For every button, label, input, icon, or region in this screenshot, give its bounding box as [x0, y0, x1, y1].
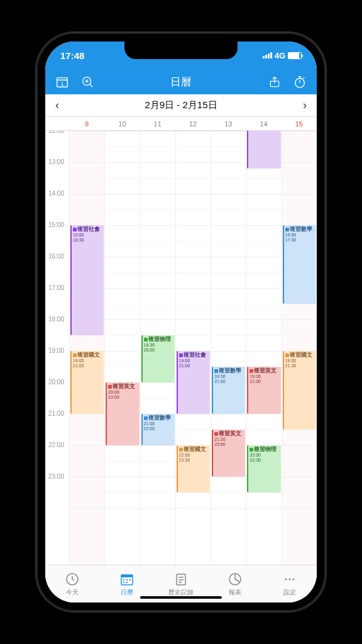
svg-rect-16	[123, 579, 124, 580]
svg-point-26	[285, 578, 287, 580]
hour-label: 14:00	[45, 194, 67, 225]
signal-icon	[263, 52, 272, 58]
day-header-9[interactable]: 9	[69, 117, 104, 130]
pie-icon	[228, 572, 243, 587]
svg-rect-19	[123, 582, 124, 583]
day-header-13[interactable]: 13	[211, 117, 246, 130]
hour-label: 23:00	[45, 477, 67, 508]
day-column[interactable]: 複習數學15:0017:30複習國文19:0021:30	[282, 131, 317, 565]
event-block[interactable]: 複習國文19:0021:30	[283, 351, 316, 430]
date-range: 2月9日 - 2月15日	[145, 99, 217, 111]
week-header: ‹ 2月9日 - 2月15日 ›	[45, 94, 317, 117]
day-column[interactable]: 複習英文19:3021:00複習物理22:0023:30	[246, 131, 281, 565]
event-block[interactable]: 複習數學21:0022:00	[141, 414, 175, 445]
event-block[interactable]: 複習社會19:0021:00	[177, 351, 210, 414]
tab-label: 歷史記錄	[168, 588, 194, 597]
day-column[interactable]: 複習數學19:3021:00複習英文21:3023:00	[211, 131, 246, 565]
svg-point-28	[292, 578, 294, 580]
share-icon[interactable]	[268, 75, 282, 89]
svg-point-8	[295, 79, 305, 88]
clock-icon	[65, 572, 80, 587]
day-header-12[interactable]: 12	[175, 117, 211, 130]
time-gutter: 12:0013:0014:0015:0016:0017:0018:0019:00…	[45, 131, 69, 565]
tab-clock[interactable]: 今天	[45, 565, 99, 602]
hour-label: 21:00	[45, 414, 67, 445]
hour-label: 19:00	[45, 351, 67, 382]
note-icon	[173, 572, 189, 587]
day-column[interactable]: 複習物理18:3020:00複習數學21:0022:00	[140, 131, 175, 565]
event-block[interactable]: 複習社會15:0018:30	[70, 225, 104, 335]
home-indicator[interactable]	[140, 596, 222, 599]
day-header-15[interactable]: 15	[282, 117, 317, 130]
tab-label: 今天	[66, 588, 79, 597]
event-block[interactable]: 複習英文19:3021:00	[247, 367, 280, 414]
hour-label: 16:00	[45, 257, 67, 288]
svg-line-4	[90, 84, 93, 87]
event-block[interactable]	[247, 131, 280, 169]
tab-label: 日曆	[121, 588, 133, 597]
tab-dots[interactable]: 設定	[263, 565, 317, 602]
event-block[interactable]: 複習數學19:3021:00	[212, 367, 245, 414]
day-header-10[interactable]: 10	[104, 117, 140, 130]
svg-point-27	[288, 578, 290, 580]
svg-text:1: 1	[61, 81, 64, 87]
event-block[interactable]: 複習英文21:3023:00	[212, 430, 245, 477]
hour-label: 18:00	[45, 319, 67, 351]
event-block[interactable]: 複習物理22:0023:30	[247, 445, 280, 492]
hour-label: 13:00	[45, 162, 67, 194]
prev-week-button[interactable]: ‹	[53, 96, 62, 114]
hour-label: 20:00	[45, 382, 67, 414]
tab-label: 設定	[283, 588, 296, 597]
calendar-today-icon[interactable]: 1	[55, 75, 69, 89]
day-column[interactable]: 複習社會15:0018:30複習國文19:0021:00	[69, 131, 104, 565]
calendar-icon	[119, 572, 134, 587]
svg-rect-17	[126, 579, 128, 580]
svg-rect-18	[129, 579, 131, 580]
day-header-14[interactable]: 14	[246, 117, 281, 130]
nav-bar: 1 日曆	[45, 69, 317, 94]
battery-icon	[288, 52, 302, 59]
page-title: 日曆	[170, 75, 192, 89]
svg-rect-15	[121, 575, 133, 577]
day-header: 9101112131415	[45, 117, 317, 131]
event-block[interactable]: 複習物理18:3020:00	[141, 335, 175, 382]
event-block[interactable]: 複習數學15:0017:30	[283, 225, 316, 304]
tab-label: 報表	[229, 588, 241, 597]
network-label: 4G	[275, 51, 285, 60]
hour-label: 17:00	[45, 288, 67, 319]
dots-icon	[282, 572, 297, 587]
event-block[interactable]: 複習國文19:0021:00	[70, 351, 104, 414]
day-header-11[interactable]: 11	[140, 117, 175, 130]
stopwatch-icon[interactable]	[293, 75, 307, 89]
status-time: 17:48	[60, 50, 84, 61]
calendar-body[interactable]: 12:0013:0014:0015:0016:0017:0018:0019:00…	[45, 131, 317, 565]
calendar-grid[interactable]: 複習社會15:0018:30複習國文19:0021:00複習英文20:0022:…	[69, 131, 317, 565]
svg-rect-20	[126, 582, 128, 583]
day-column[interactable]: 複習社會19:0021:00複習國文22:0023:30	[175, 131, 211, 565]
hour-label: 12:00	[45, 131, 67, 162]
svg-line-12	[304, 77, 305, 79]
day-column[interactable]: 複習英文20:0022:00	[104, 131, 140, 565]
event-block[interactable]: 複習英文20:0022:00	[106, 382, 139, 445]
hour-label: 22:00	[45, 445, 67, 477]
zoom-in-icon[interactable]	[80, 75, 94, 89]
event-block[interactable]: 複習國文22:0023:30	[177, 445, 210, 492]
next-week-button[interactable]: ›	[300, 96, 309, 114]
hour-label: 15:00	[45, 225, 67, 257]
